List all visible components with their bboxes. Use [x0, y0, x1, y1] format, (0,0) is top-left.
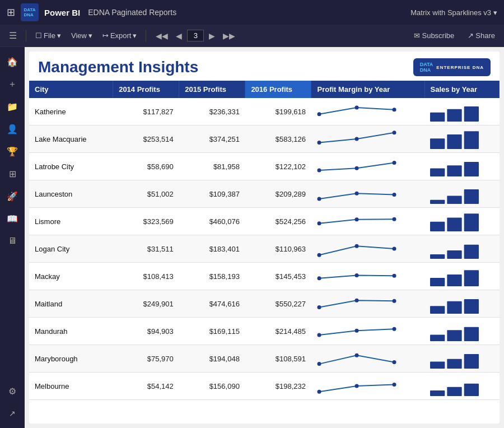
- profit-2015-cell: $183,401: [179, 235, 245, 263]
- svg-rect-53: [464, 327, 479, 341]
- sparkline-cell: [311, 235, 424, 263]
- sidebar-item-grid[interactable]: ⊞: [2, 164, 22, 184]
- sidebar-item-settings[interactable]: ⚙: [2, 381, 22, 401]
- svg-point-36: [317, 276, 321, 280]
- svg-point-62: [392, 383, 396, 387]
- sparkline-svg: [315, 209, 399, 234]
- svg-rect-35: [464, 245, 479, 259]
- next-page-button[interactable]: ▶: [206, 30, 218, 41]
- sparkline-cell: [311, 125, 424, 153]
- view-menu[interactable]: View ▾: [68, 30, 96, 41]
- table-row: Mackay$108,413$158,193$145,453: [29, 263, 500, 290]
- profit-2014-cell: $75,970: [113, 345, 179, 373]
- report-panel: Management Insights DATADNA ENTERPRISE D…: [29, 52, 500, 424]
- city-cell: Mackay: [29, 263, 113, 290]
- svg-point-14: [392, 161, 396, 165]
- profit-2016-cell: $214,485: [245, 318, 311, 345]
- city-cell: Lake Macquarie: [29, 125, 113, 153]
- sparkline-svg: [315, 374, 399, 398]
- sidebar-item-rocket[interactable]: 🚀: [2, 186, 22, 206]
- sparkline-cell: [311, 345, 424, 373]
- bars-cell: [424, 263, 499, 290]
- profit-2014-cell: $31,511: [113, 235, 179, 263]
- bars-cell: [424, 125, 499, 153]
- svg-rect-40: [447, 275, 461, 286]
- apps-icon[interactable]: ⊞: [7, 6, 15, 18]
- sidebar-item-book[interactable]: 📖: [2, 208, 22, 229]
- profit-2016-cell: $122,102: [245, 153, 311, 180]
- data-table-wrap: City 2014 Profits 2015 Profits 2016 Prof…: [29, 81, 500, 424]
- share-button[interactable]: ↗ Share: [464, 30, 498, 41]
- bars-cell: [424, 153, 499, 180]
- view-chevron: ▾: [88, 31, 92, 40]
- city-cell: Maitland: [29, 290, 113, 318]
- table-row: Maitland$249,901$474,616$550,227: [29, 290, 500, 318]
- matrix-label: Matrix with Sparklines v3: [410, 8, 491, 17]
- bars-cell: [424, 345, 499, 373]
- first-page-button[interactable]: ◀◀: [153, 30, 171, 41]
- svg-rect-64: [447, 387, 461, 396]
- toolbar: ☰ ☐ File ▾ View ▾ ↦ Export ▾ ◀◀ ◀ ▶ ▶▶ ✉…: [0, 25, 504, 47]
- svg-point-13: [354, 166, 358, 170]
- bars-cell: [424, 180, 499, 208]
- table-row: Launceston$51,002$109,387$209,289: [29, 180, 500, 208]
- prev-page-button[interactable]: ◀: [173, 30, 185, 41]
- svg-point-30: [317, 253, 321, 257]
- bars-svg: [428, 319, 481, 343]
- svg-rect-5: [464, 106, 479, 122]
- svg-rect-47: [464, 299, 479, 314]
- svg-point-49: [354, 329, 358, 333]
- profit-2015-cell: $109,387: [179, 180, 245, 208]
- profit-2015-cell: $169,115: [179, 318, 245, 345]
- enterprise-dna-label: ENTERPRISE DNA: [436, 65, 484, 70]
- sparkline-svg: [315, 127, 399, 151]
- bars-cell: [424, 318, 499, 345]
- col-header-2015: 2015 Profits: [179, 81, 245, 98]
- sparkline-svg: [315, 319, 399, 343]
- svg-rect-23: [464, 189, 479, 204]
- sidebar-item-add[interactable]: ＋: [2, 74, 22, 94]
- table-row: Logan City$31,511$183,401$110,963: [29, 235, 500, 263]
- city-cell: Mandurah: [29, 318, 113, 345]
- chevron-down-icon[interactable]: ▾: [493, 8, 497, 17]
- logo-text: DATADNA: [24, 7, 35, 17]
- menu-icon[interactable]: ☰: [6, 30, 20, 41]
- svg-rect-3: [430, 113, 445, 122]
- sidebar-item-user[interactable]: 👤: [2, 119, 22, 139]
- table-row: Lismore$323,569$460,076$524,256: [29, 208, 500, 235]
- profit-2014-cell: $249,901: [113, 290, 179, 318]
- bars-svg: [428, 209, 481, 234]
- bars-svg: [428, 127, 481, 151]
- svg-point-26: [392, 217, 396, 221]
- svg-rect-33: [430, 254, 445, 259]
- svg-point-55: [354, 353, 358, 357]
- profit-2014-cell: $253,514: [113, 125, 179, 153]
- svg-rect-45: [430, 306, 445, 314]
- svg-point-50: [392, 327, 396, 331]
- svg-rect-63: [430, 390, 445, 396]
- profit-2016-cell: $198,232: [245, 373, 311, 400]
- last-page-button[interactable]: ▶▶: [220, 30, 238, 41]
- bars-svg: [428, 154, 481, 179]
- report-header: Management Insights DATADNA ENTERPRISE D…: [29, 52, 500, 81]
- sidebar-item-folder[interactable]: 📁: [2, 96, 22, 117]
- sparkline-cell: [311, 180, 424, 208]
- svg-rect-10: [447, 134, 461, 149]
- page-number-input[interactable]: [187, 30, 204, 41]
- sidebar-item-export-arrow[interactable]: ↗: [2, 403, 22, 424]
- sidebar-item-monitor[interactable]: 🖥: [2, 231, 22, 251]
- svg-rect-51: [430, 334, 445, 341]
- svg-rect-65: [464, 384, 479, 396]
- profit-2014-cell: $54,142: [113, 373, 179, 400]
- sidebar-item-home[interactable]: 🏠: [2, 52, 22, 72]
- sparkline-cell: [311, 318, 424, 345]
- profit-2015-cell: $194,048: [179, 345, 245, 373]
- export-menu[interactable]: ↦ Export ▾: [99, 30, 141, 41]
- svg-point-8: [392, 131, 396, 134]
- subscribe-button[interactable]: ✉ Subscribe: [410, 30, 458, 41]
- svg-point-43: [354, 299, 358, 303]
- sidebar-item-trophy[interactable]: 🏆: [2, 141, 22, 161]
- file-menu[interactable]: ☐ File ▾: [32, 30, 64, 41]
- bars-cell: [424, 235, 499, 263]
- profit-2015-cell: $156,090: [179, 373, 245, 400]
